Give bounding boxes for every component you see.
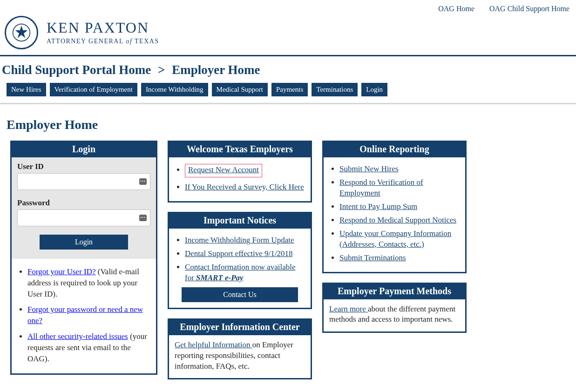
- list-item: All other security-related issues (your …: [27, 331, 151, 364]
- payment-learn-more-link[interactable]: Learn more: [329, 304, 368, 313]
- forgot-user-id-link[interactable]: Forgot your User ID?: [27, 267, 96, 276]
- security-issues-link[interactable]: All other security-related issues: [27, 332, 128, 341]
- list-item: Submit Terminations: [339, 253, 461, 264]
- subtitle-prefix: ATTORNEY GENERAL: [47, 38, 126, 45]
- welcome-panel: Welcome Texas Employers Request New Acco…: [168, 141, 312, 203]
- info-center-link[interactable]: Get helpful Information: [175, 340, 252, 349]
- list-item: If You Received a Survey, Click Here: [185, 182, 306, 193]
- list-item: Income Withholding Form Update: [185, 235, 306, 246]
- contact-us-button[interactable]: Contact Us: [182, 287, 298, 302]
- list-item: Intent to Pay Lump Sum: [339, 202, 461, 212]
- subtitle-suffix: TEXAS: [132, 38, 159, 45]
- payment-methods-header: Employer Payment Methods: [324, 284, 465, 299]
- smart-epay-link[interactable]: Contact Information now available for SM…: [185, 263, 295, 282]
- login-form: User ID Password Login: [12, 157, 156, 259]
- info-center-header: Employer Information Center: [169, 320, 311, 335]
- columns: Login User ID Password Login Forgot your…: [0, 141, 576, 392]
- list-item: Update your Company Information (Address…: [339, 229, 461, 250]
- breadcrumb: Child Support Portal Home > Employer Hom…: [0, 56, 576, 83]
- col-middle: Welcome Texas Employers Request New Acco…: [168, 141, 312, 389]
- list-item: Dental Support effective 9/1/2018: [185, 249, 306, 259]
- respond-medical-link[interactable]: Respond to Medical Support Notices: [339, 216, 456, 224]
- logo-text: KEN PAXTON ATTORNEY GENERAL of TEXAS: [47, 20, 159, 45]
- login-help-links: Forgot your User ID? (Valid e-mail addre…: [12, 259, 156, 373]
- tab-medical-support[interactable]: Medical Support: [212, 83, 268, 96]
- password-input[interactable]: [17, 210, 150, 226]
- notices-header: Important Notices: [169, 213, 311, 229]
- tab-payments[interactable]: Payments: [271, 83, 308, 96]
- update-company-info-link[interactable]: Update your Company Information (Address…: [339, 229, 451, 249]
- login-panel: Login User ID Password Login Forgot your…: [10, 141, 157, 375]
- tab-new-hires[interactable]: New Hires: [7, 83, 46, 96]
- col-login: Login User ID Password Login Forgot your…: [10, 141, 157, 384]
- tab-verification[interactable]: Verification of Employment: [50, 83, 137, 96]
- submit-new-hires-link[interactable]: Submit New Hires: [339, 164, 399, 173]
- income-withholding-update-link[interactable]: Income Withholding Form Update: [185, 236, 294, 244]
- dental-support-link[interactable]: Dental Support effective 9/1/2018: [185, 249, 293, 258]
- list-item: Respond to Medical Support Notices: [339, 215, 461, 226]
- breadcrumb-current: Employer Home: [172, 63, 260, 77]
- breadcrumb-sep: >: [154, 63, 169, 77]
- login-header: Login: [12, 142, 156, 157]
- smart-epay-name: SMART e-Pay: [196, 273, 244, 282]
- list-item: Request New Account: [185, 164, 306, 179]
- tab-income-withholding[interactable]: Income Withholding: [141, 83, 208, 96]
- top-links: OAG Home OAG Child Support Home: [0, 0, 576, 13]
- attorney-name: KEN PAXTON: [47, 20, 159, 36]
- texas-seal-icon: [5, 16, 38, 49]
- list-item: Respond to Verification of Employment: [339, 177, 461, 199]
- list-item: Forgot your password or need a new one?: [27, 304, 151, 326]
- breadcrumb-portal[interactable]: Child Support Portal Home: [2, 63, 151, 77]
- tab-bar: New Hires Verification of Employment Inc…: [0, 83, 576, 103]
- col-right: Online Reporting Submit New Hires Respon…: [322, 141, 467, 342]
- input-autofill-icon: [139, 178, 147, 185]
- page-title: Employer Home: [0, 104, 576, 141]
- oag-home-link[interactable]: OAG Home: [438, 5, 474, 13]
- list-item: Forgot your User ID? (Valid e-mail addre…: [27, 266, 151, 299]
- password-label: Password: [17, 198, 150, 208]
- submit-terminations-link[interactable]: Submit Terminations: [339, 253, 406, 262]
- tab-login[interactable]: Login: [361, 83, 387, 96]
- info-center-panel: Employer Information Center Get helpful …: [168, 318, 312, 380]
- attorney-subtitle: ATTORNEY GENERAL of TEXAS: [47, 38, 159, 45]
- intent-lump-sum-link[interactable]: Intent to Pay Lump Sum: [339, 202, 417, 211]
- tab-terminations[interactable]: Terminations: [312, 83, 358, 96]
- subtitle-of: of: [126, 38, 132, 45]
- logo-row: KEN PAXTON ATTORNEY GENERAL of TEXAS: [0, 13, 576, 55]
- star-icon: [12, 23, 31, 42]
- user-id-label: User ID: [17, 162, 150, 171]
- payment-methods-panel: Employer Payment Methods Learn more abou…: [322, 283, 467, 333]
- request-new-account-link[interactable]: Request New Account: [188, 165, 259, 174]
- online-reporting-header: Online Reporting: [324, 142, 465, 157]
- respond-verification-link[interactable]: Respond to Verification of Employment: [339, 178, 423, 197]
- list-item: Contact Information now available for SM…: [185, 262, 306, 284]
- survey-link[interactable]: If You Received a Survey, Click Here: [185, 182, 304, 191]
- list-item: Submit New Hires: [339, 164, 461, 175]
- notices-panel: Important Notices Income Withholding For…: [168, 212, 312, 309]
- forgot-password-link[interactable]: Forgot your password or need a new one?: [27, 305, 143, 325]
- user-id-input[interactable]: [17, 173, 150, 190]
- request-account-highlight: Request New Account: [185, 164, 262, 177]
- input-autofill-icon: [139, 215, 147, 221]
- oag-child-support-home-link[interactable]: OAG Child Support Home: [489, 5, 569, 13]
- login-button[interactable]: Login: [40, 235, 128, 250]
- welcome-header: Welcome Texas Employers: [169, 142, 311, 157]
- online-reporting-panel: Online Reporting Submit New Hires Respon…: [322, 141, 467, 273]
